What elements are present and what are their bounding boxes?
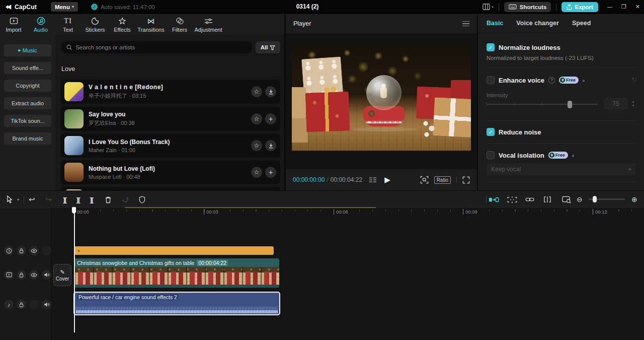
split-right-button[interactable]: ][	[90, 196, 94, 203]
zoom-out-icon[interactable]: ⊖	[577, 195, 583, 203]
lock-icon[interactable]	[17, 300, 26, 309]
song-row[interactable]: Say love you 罗艺欣Elsa · 00:38 ☆ +	[60, 107, 280, 131]
shortcuts-button[interactable]: Shortcuts	[504, 2, 551, 12]
undo-button[interactable]: ↩	[29, 195, 35, 204]
tab-stickers[interactable]: Stickers	[82, 17, 109, 33]
add-icon[interactable]: +	[265, 167, 276, 178]
tab-adjustment[interactable]: Adjustment	[193, 17, 223, 33]
render-cache-indicator	[125, 207, 376, 208]
speaker-icon[interactable]	[42, 270, 51, 280]
lock-icon[interactable]	[17, 246, 26, 255]
search-bar[interactable]	[61, 41, 253, 53]
mask-shield-icon[interactable]	[139, 196, 145, 203]
tab-speed[interactable]: Speed	[572, 20, 591, 27]
song-row[interactable]: Nothing but Love (Lofi) Muspace Lofi · 0…	[60, 160, 280, 184]
keep-vocal-dropdown[interactable]: Keep vocal ▾	[487, 163, 635, 175]
play-button[interactable]: ▶	[384, 175, 390, 184]
freeze-button[interactable]	[122, 196, 129, 203]
sidebar-item-tiktok-sounds[interactable]: TikTok soun...	[4, 115, 51, 127]
album-art	[64, 189, 84, 190]
intensity-stepper[interactable]: ▲ ▼	[630, 98, 636, 109]
menu-button[interactable]: Menu ▾	[51, 2, 78, 12]
timer-icon[interactable]	[4, 246, 14, 255]
tab-import[interactable]: Import	[0, 17, 27, 33]
favorite-star-icon[interactable]: ☆	[251, 167, 262, 178]
music-note-icon[interactable]: ♪	[4, 300, 14, 309]
favorite-star-icon[interactable]: ☆	[251, 113, 262, 124]
eye-icon[interactable]	[29, 246, 39, 255]
song-row[interactable]: Wedding Day	[60, 187, 280, 190]
enhance-voice-checkbox[interactable]	[487, 76, 495, 84]
slider-thumb[interactable]	[593, 196, 597, 202]
favorite-star-icon[interactable]: ☆	[251, 140, 262, 151]
slider-thumb[interactable]	[568, 101, 572, 108]
tab-text[interactable]: TI Text	[54, 17, 82, 33]
cover-button[interactable]: ✎ Cover	[53, 264, 71, 286]
normalize-checkbox[interactable]: ✓	[487, 43, 495, 51]
library-sidebar: ▶ Music Sound effe... Copyright Extract …	[0, 35, 55, 190]
select-tool[interactable]	[6, 195, 14, 203]
timeline-zoom-slider[interactable]	[589, 198, 625, 200]
maximize-button[interactable]: ❐	[621, 4, 626, 10]
add-icon[interactable]: +	[265, 113, 276, 124]
tab-audio[interactable]: Audio	[27, 17, 54, 33]
mirror-split-icon[interactable]	[543, 196, 551, 203]
sidebar-item-brand-music[interactable]: Brand music	[4, 132, 51, 145]
intensity-slider[interactable]	[487, 104, 597, 105]
reduce-noise-checkbox[interactable]: ✓	[487, 128, 495, 136]
tab-filters[interactable]: Filters	[166, 17, 193, 33]
favorite-star-icon[interactable]: ☆	[251, 86, 262, 97]
tab-basic[interactable]: Basic	[487, 20, 503, 27]
sidebar-item-sound-effects[interactable]: Sound effe...	[4, 62, 51, 74]
fullscreen-icon[interactable]	[462, 176, 470, 184]
audio-clip-selected[interactable]: Powerful race / car engine sound effects…	[73, 292, 280, 315]
frame-preview-icon[interactable]	[420, 176, 429, 184]
video-clip-name: Christmas snowglobe and Christmas gifts …	[77, 260, 194, 266]
redo-button[interactable]: ↪	[46, 195, 52, 204]
player-viewport[interactable]	[286, 33, 477, 169]
tab-transitions[interactable]: ⋈ Transitions	[136, 17, 166, 33]
export-button[interactable]: Export	[561, 2, 598, 12]
delete-button[interactable]	[105, 196, 112, 203]
search-input[interactable]	[75, 44, 248, 50]
quality-icon[interactable]	[369, 177, 376, 182]
vocal-isolation-checkbox[interactable]	[487, 151, 495, 159]
playhead[interactable]	[74, 207, 75, 332]
download-icon[interactable]	[265, 86, 276, 97]
timeline-ruler[interactable]: 00:00 00:03 00:06 00:09 00:12	[50, 208, 644, 217]
ratio-button[interactable]: Ratio	[434, 176, 451, 184]
song-row[interactable]: I Love You So (Bonus Track) Maher Zain ·…	[60, 133, 280, 158]
chevron-down-icon[interactable]: ▾	[17, 197, 19, 202]
sidebar-item-copyright[interactable]: Copyright	[4, 80, 51, 92]
intensity-value[interactable]: 75	[604, 98, 628, 109]
lock-icon[interactable]	[17, 270, 26, 280]
collapse-icon[interactable]: ▴	[583, 78, 585, 83]
song-row[interactable]: V a l e n t i n e [Redone] 幸子小姐拜托了 · 03:…	[60, 80, 280, 104]
sidebar-item-music[interactable]: ▶ Music	[4, 44, 51, 56]
speaker-icon[interactable]	[42, 300, 51, 309]
zoom-in-icon[interactable]: ⊕	[631, 195, 637, 203]
minimize-button[interactable]: —	[607, 4, 612, 10]
video-clip[interactable]: Christmas snowglobe and Christmas gifts …	[74, 258, 279, 288]
layout-switcher[interactable]: ▾	[482, 4, 494, 10]
stepper-up-icon[interactable]: ▲	[631, 100, 635, 104]
filter-button[interactable]: All	[256, 41, 280, 53]
collapse-icon[interactable]: ▴	[572, 153, 575, 158]
video-track-icon[interactable]	[4, 270, 14, 280]
stepper-down-icon[interactable]: ▼	[631, 104, 635, 108]
split-button[interactable]: ][	[76, 196, 80, 203]
link-icon[interactable]	[525, 196, 534, 202]
tab-effects[interactable]: Effects	[109, 17, 136, 33]
eye-icon[interactable]	[29, 270, 39, 280]
help-icon[interactable]: ?	[548, 77, 555, 84]
preview-zoom-icon[interactable]	[562, 196, 572, 203]
snap-magnet-icon[interactable]	[489, 196, 499, 203]
close-button[interactable]: ✕	[635, 4, 640, 10]
player-menu-icon[interactable]	[462, 21, 469, 27]
text-clip[interactable]: ≈	[74, 246, 274, 255]
download-icon[interactable]	[265, 140, 276, 151]
sidebar-item-extract-audio[interactable]: Extract audio	[4, 97, 51, 109]
auto-split-icon[interactable]	[507, 196, 517, 203]
split-left-button[interactable]: ][	[63, 196, 66, 203]
tab-voice-changer[interactable]: Voice changer	[516, 20, 559, 27]
